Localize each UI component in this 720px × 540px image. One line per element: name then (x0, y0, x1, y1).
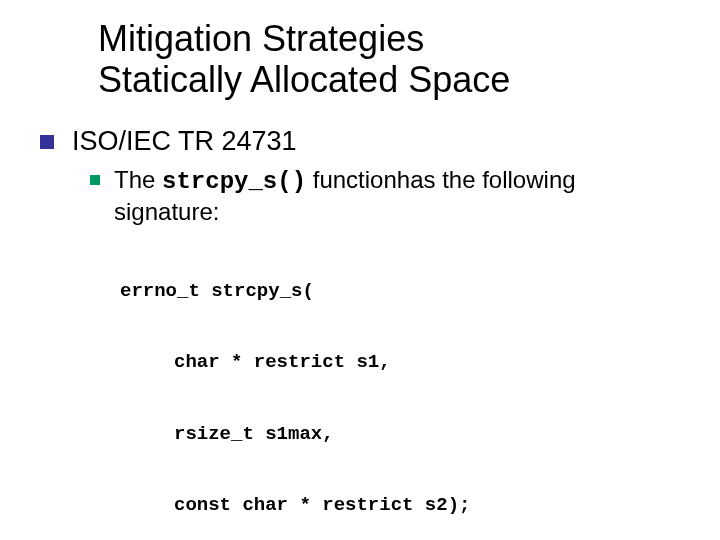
code-line-2: char * restrict s1, (174, 351, 680, 375)
code-line-3: rsize_t s1max, (174, 423, 680, 447)
square-bullet-icon (90, 175, 100, 185)
slide-title: Mitigation Strategies Statically Allocat… (98, 18, 680, 101)
code-block: errno_t strcpy_s( char * restrict s1, rs… (120, 233, 680, 540)
square-bullet-icon (40, 135, 54, 149)
code-line-1: errno_t strcpy_s( (120, 280, 680, 304)
bullet-level2-a: The strcpy_s() functionhas the following… (90, 165, 680, 227)
l2a-code: strcpy_s() (162, 168, 306, 195)
bullet-l1-text: ISO/IEC TR 24731 (72, 125, 297, 159)
title-line-1: Mitigation Strategies (98, 18, 424, 59)
code-line-4: const char * restrict s2); (174, 494, 680, 518)
bullet-l2a-text: The strcpy_s() functionhas the following… (114, 165, 680, 227)
title-line-2: Statically Allocated Space (98, 59, 510, 100)
l2a-pre: The (114, 166, 162, 193)
bullet-level1: ISO/IEC TR 24731 (40, 125, 680, 159)
slide: Mitigation Strategies Statically Allocat… (0, 0, 720, 540)
